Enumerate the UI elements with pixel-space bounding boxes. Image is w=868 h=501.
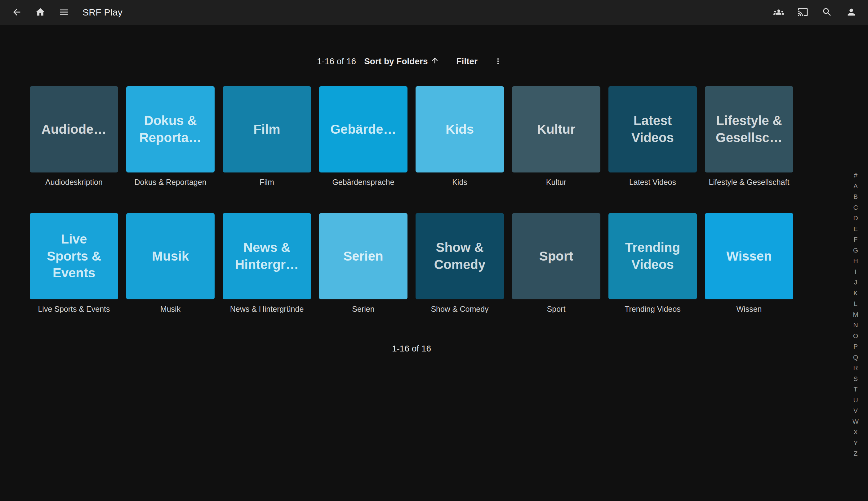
menu-icon <box>58 7 69 18</box>
alpha-letter[interactable]: Z <box>850 448 861 459</box>
library-card-caption[interactable]: Kultur <box>512 178 600 187</box>
library-card-caption[interactable]: Live Sports & Events <box>30 304 118 313</box>
alpha-letter[interactable]: C <box>850 202 861 213</box>
alpha-letter[interactable]: N <box>850 320 861 331</box>
library-card-caption[interactable]: Latest Videos <box>608 178 697 187</box>
alpha-letter[interactable]: B <box>850 191 861 202</box>
library-card-tile-label: Wissen <box>726 248 772 265</box>
library-card-tile[interactable]: Trending Videos <box>608 213 697 299</box>
library-card-tile[interactable]: Show & Comedy <box>415 213 504 299</box>
library-card-caption[interactable]: Film <box>223 178 311 187</box>
library-card-tile-label: Live Sports & Events <box>47 231 101 282</box>
library-card-tile[interactable]: Kids <box>415 86 504 172</box>
alpha-letter[interactable]: F <box>850 234 861 245</box>
alpha-letter[interactable]: D <box>850 213 861 224</box>
library-card-tile[interactable]: Serien <box>319 213 408 299</box>
cast-button[interactable] <box>794 4 812 21</box>
library-card: Dokus & Reporta… Dokus & Reportagen <box>126 86 215 187</box>
alpha-letter[interactable]: Y <box>850 438 861 449</box>
library-card-tile-label: Dokus & Reporta… <box>139 112 202 146</box>
library-card-tile[interactable]: Kultur <box>512 86 600 172</box>
alpha-letter[interactable]: P <box>850 341 861 352</box>
library-card-tile-label: Trending Videos <box>625 239 680 273</box>
alpha-letter[interactable]: # <box>850 170 861 181</box>
alpha-letter[interactable]: T <box>850 384 861 395</box>
library-card: Wissen Wissen <box>705 213 793 313</box>
library-card-caption[interactable]: Wissen <box>705 304 793 313</box>
library-card-caption[interactable]: Sport <box>512 304 600 313</box>
library-card-caption[interactable]: Trending Videos <box>608 304 697 313</box>
library-card: Kids Kids <box>415 86 504 187</box>
alpha-letter[interactable]: O <box>850 331 861 342</box>
more-vert-icon <box>494 57 502 66</box>
alpha-letter[interactable]: H <box>850 256 861 266</box>
home-button[interactable] <box>32 4 49 21</box>
library-card-tile[interactable]: Live Sports & Events <box>30 213 118 299</box>
library-card: Audiode… Audiodeskription <box>30 86 118 187</box>
library-card-caption[interactable]: Audiodeskription <box>30 178 118 187</box>
library-card: News & Hintergr… News & Hintergründe <box>223 213 311 313</box>
back-button[interactable] <box>8 4 25 21</box>
library-card: Lifestyle & Gesellsc… Lifestyle & Gesell… <box>705 86 793 187</box>
library-card-caption[interactable]: Dokus & Reportagen <box>126 178 215 187</box>
paging-info: 1-16 of 16 <box>317 56 356 66</box>
library-grid: Audiode… Audiodeskription Dokus & Report… <box>30 86 793 313</box>
arrow-up-icon <box>428 56 439 67</box>
filter-button[interactable]: Filter <box>456 56 478 66</box>
alpha-letter[interactable]: M <box>850 309 861 320</box>
library-card: Kultur Kultur <box>512 86 600 187</box>
library-card-tile-label: News & Hintergr… <box>235 239 299 273</box>
library-card-caption[interactable]: Serien <box>319 304 408 313</box>
library-card: Show & Comedy Show & Comedy <box>415 213 504 313</box>
library-card: Serien Serien <box>319 213 408 313</box>
more-options-button[interactable] <box>490 53 506 70</box>
search-icon <box>822 7 832 18</box>
alpha-letter[interactable]: J <box>850 277 861 288</box>
search-button[interactable] <box>818 4 836 21</box>
library-card-tile[interactable]: Audiode… <box>30 86 118 172</box>
alpha-letter[interactable]: G <box>850 245 861 256</box>
library-card-tile[interactable]: Musik <box>126 213 215 299</box>
alpha-letter[interactable]: V <box>850 405 861 416</box>
alpha-letter[interactable]: Q <box>850 352 861 363</box>
alpha-letter[interactable]: U <box>850 395 861 406</box>
library-card-tile[interactable]: Dokus & Reporta… <box>126 86 215 172</box>
alpha-letter[interactable]: A <box>850 181 861 192</box>
alpha-letter[interactable]: I <box>850 266 861 277</box>
syncplay-groups-icon <box>773 7 784 18</box>
library-card-caption[interactable]: Kids <box>415 178 504 187</box>
sort-button[interactable]: Sort by Folders <box>364 56 439 67</box>
library-card-tile[interactable]: Lifestyle & Gesellsc… <box>705 86 793 172</box>
library-card-tile[interactable]: Film <box>223 86 311 172</box>
library-card-tile-label: Serien <box>343 248 383 265</box>
library-card: Sport Sport <box>512 213 600 313</box>
back-icon <box>11 7 22 18</box>
library-card-tile[interactable]: Sport <box>512 213 600 299</box>
alpha-letter[interactable]: W <box>850 416 861 427</box>
alpha-letter[interactable]: S <box>850 373 861 384</box>
library-card-tile-label: Film <box>253 121 280 138</box>
library-card-caption[interactable]: Musik <box>126 304 215 313</box>
page-title: SRF Play <box>83 7 122 18</box>
library-card-tile-label: Audiode… <box>42 121 107 138</box>
alpha-letter[interactable]: X <box>850 427 861 438</box>
library-card-tile[interactable]: News & Hintergr… <box>223 213 311 299</box>
library-card-caption[interactable]: Lifestyle & Gesellschaft <box>705 178 793 187</box>
library-card-caption[interactable]: News & Hintergründe <box>223 304 311 313</box>
menu-button[interactable] <box>55 4 73 21</box>
user-button[interactable] <box>843 4 860 21</box>
alpha-picker: #ABCDEFGHIJKLMNOPQRSTUVWXYZ <box>850 170 861 459</box>
library-card-tile[interactable]: Gebärde… <box>319 86 408 172</box>
library-card-caption[interactable]: Gebärdensprache <box>319 178 408 187</box>
library-card-caption[interactable]: Show & Comedy <box>415 304 504 313</box>
alpha-letter[interactable]: R <box>850 363 861 373</box>
alpha-letter[interactable]: L <box>850 298 861 309</box>
home-icon <box>35 7 46 18</box>
alpha-letter[interactable]: E <box>850 224 861 235</box>
library-card-tile-label: Show & Comedy <box>434 239 486 273</box>
syncplay-button[interactable] <box>770 4 788 21</box>
library-card-tile[interactable]: Latest Videos <box>608 86 697 172</box>
library-card-tile[interactable]: Wissen <box>705 213 793 299</box>
library-card-tile-label: Kids <box>446 121 474 138</box>
alpha-letter[interactable]: K <box>850 288 861 299</box>
